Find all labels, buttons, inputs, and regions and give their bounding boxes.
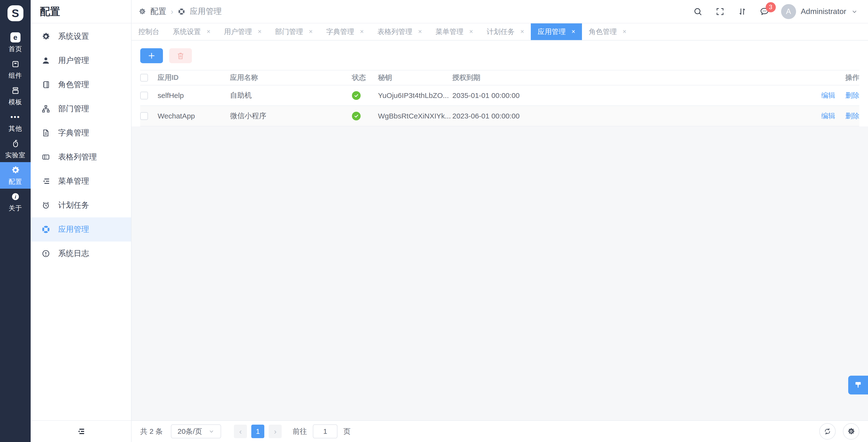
rail-item-home[interactable]: e 首页 — [0, 29, 31, 56]
content-empty-space — [131, 126, 868, 420]
tab-console[interactable]: 控制台 — [131, 23, 166, 40]
column-header-app-id: 应用ID — [158, 73, 230, 83]
sidebar-item-scheduled-tasks[interactable]: 计划任务 — [31, 193, 131, 217]
menu-list-icon — [41, 176, 51, 186]
content-area: 应用ID 应用名称 状态 秘钥 授权到期 操作 selfHelp 自助机 — [131, 40, 868, 420]
row-checkbox[interactable] — [140, 92, 148, 99]
breadcrumb-level1[interactable]: 配置 — [150, 6, 166, 17]
rail-item-lab[interactable]: 实验室 — [0, 135, 31, 162]
rail-item-about[interactable]: i 关于 — [0, 189, 31, 215]
delete-link[interactable]: 删除 — [845, 111, 859, 121]
search-icon[interactable] — [692, 6, 703, 17]
edit-link[interactable]: 编辑 — [821, 91, 835, 100]
tab-dictionary[interactable]: 字典管理× — [319, 23, 371, 40]
rail-item-label: 其他 — [9, 124, 22, 133]
tab-table-columns[interactable]: 表格列管理× — [371, 23, 429, 40]
close-icon[interactable]: × — [571, 28, 575, 35]
sidebar-item-label: 部门管理 — [58, 103, 89, 114]
lab-mouse-icon — [11, 138, 20, 149]
sidebar-item-label: 系统日志 — [58, 248, 89, 259]
refresh-button[interactable] — [819, 423, 836, 440]
column-header-status: 状态 — [352, 73, 378, 83]
cell-app-name: 自助机 — [230, 91, 352, 100]
app-logo[interactable]: S — [7, 5, 23, 21]
sidebar-item-menus[interactable]: 菜单管理 — [31, 169, 131, 193]
tab-roles[interactable]: 角色管理× — [582, 23, 633, 40]
top-header: 配置 › 应用管理 3 — [131, 0, 868, 23]
add-button[interactable] — [140, 48, 163, 63]
collapse-menu-icon[interactable] — [76, 427, 85, 436]
sidebar-footer — [31, 420, 131, 442]
delete-link[interactable]: 删除 — [845, 91, 859, 100]
sidebar-item-applications[interactable]: 应用管理 — [31, 217, 131, 242]
tab-system-settings[interactable]: 系统设置× — [166, 23, 217, 40]
app-root: S e 首页 组件 模板 ••• 其他 实验室 — [0, 0, 868, 442]
component-box-icon — [11, 59, 20, 69]
paint-roller-icon — [853, 380, 863, 390]
tab-users[interactable]: 用户管理× — [217, 23, 269, 40]
rail-item-config[interactable]: 配置 — [0, 162, 31, 189]
rail-item-label: 关于 — [9, 204, 22, 213]
close-icon[interactable]: × — [469, 28, 473, 35]
total-count: 共 2 条 — [140, 427, 163, 437]
sidebar-item-label: 字典管理 — [58, 128, 89, 138]
tab-applications[interactable]: 应用管理× — [531, 23, 582, 40]
close-icon[interactable]: × — [207, 28, 211, 35]
close-icon[interactable]: × — [309, 28, 313, 35]
goto-page-input[interactable] — [313, 424, 337, 438]
batch-delete-button[interactable] — [169, 48, 192, 63]
close-icon[interactable]: × — [360, 28, 364, 35]
column-header-app-name: 应用名称 — [230, 73, 352, 83]
tab-scheduled-tasks[interactable]: 计划任务× — [480, 23, 531, 40]
warning-circle-icon — [41, 249, 51, 259]
logo-letter: S — [11, 7, 19, 20]
user-icon — [41, 56, 51, 66]
config-sidebar: 配置 系统设置 用户管理 角色管理 — [31, 0, 131, 442]
edit-link[interactable]: 编辑 — [821, 111, 835, 121]
table-row: selfHelp 自助机 YuOju6IP3t4thLbZO... 2035-0… — [140, 86, 859, 106]
applications-table: 应用ID 应用名称 状态 秘钥 授权到期 操作 selfHelp 自助机 — [140, 70, 859, 126]
breadcrumb-app-icon — [178, 8, 185, 15]
close-icon[interactable]: × — [258, 28, 262, 35]
page-unit-label: 页 — [343, 427, 350, 437]
messages-icon[interactable]: 3 — [759, 6, 770, 17]
alarm-clock-icon — [41, 200, 51, 210]
settings-button[interactable] — [843, 423, 859, 440]
user-menu[interactable]: A Administrator — [781, 4, 858, 19]
close-icon[interactable]: × — [622, 28, 626, 35]
sidebar-item-dictionary[interactable]: 字典管理 — [31, 121, 131, 145]
tab-menus[interactable]: 菜单管理× — [429, 23, 480, 40]
sidebar-item-users[interactable]: 用户管理 — [31, 49, 131, 73]
sort-icon[interactable] — [737, 6, 748, 17]
sidebar-item-departments[interactable]: 部门管理 — [31, 97, 131, 121]
theme-paint-button[interactable] — [848, 376, 868, 394]
sidebar-title: 配置 — [31, 0, 131, 23]
sidebar-item-label: 表格列管理 — [58, 152, 97, 162]
row-checkbox[interactable] — [140, 112, 148, 120]
page-number-button[interactable]: 1 — [251, 424, 264, 438]
sidebar-item-label: 计划任务 — [58, 200, 89, 211]
home-logo-icon: e — [10, 32, 21, 42]
sidebar-item-system-settings[interactable]: 系统设置 — [31, 24, 131, 49]
tab-departments[interactable]: 部门管理× — [269, 23, 319, 40]
goto-label: 前往 — [292, 427, 307, 437]
rail-item-other[interactable]: ••• 其他 — [0, 109, 31, 135]
close-icon[interactable]: × — [520, 28, 524, 35]
cell-secret: YuOju6IP3t4thLbZO... — [378, 91, 452, 100]
rail-item-components[interactable]: 组件 — [0, 56, 31, 83]
sidebar-item-system-logs[interactable]: 系统日志 — [31, 242, 131, 265]
sidebar-item-table-columns[interactable]: 表格列管理 — [31, 145, 131, 169]
rail-item-templates[interactable]: 模板 — [0, 83, 31, 109]
rail-item-label: 组件 — [9, 71, 22, 80]
pagination-bar: 共 2 条 20条/页 ‹ 1 › 前往 页 — [131, 420, 868, 442]
prev-page-button[interactable]: ‹ — [234, 424, 247, 438]
close-icon[interactable]: × — [418, 28, 422, 35]
sidebar-item-roles[interactable]: 角色管理 — [31, 73, 131, 97]
breadcrumb: 配置 › 应用管理 — [138, 6, 222, 17]
page-size-select[interactable]: 20条/页 — [171, 424, 221, 438]
select-all-checkbox[interactable] — [140, 74, 148, 82]
cell-expire: 2023-06-01 00:00:00 — [452, 112, 799, 120]
fullscreen-icon[interactable] — [714, 6, 725, 17]
next-page-button[interactable]: › — [269, 424, 282, 438]
notebook-icon — [41, 80, 51, 90]
